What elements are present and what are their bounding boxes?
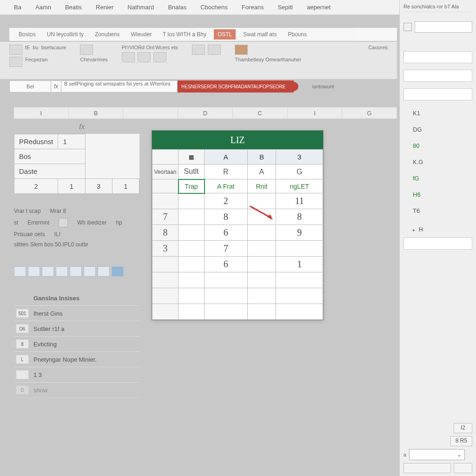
menu-item[interactable]: Renier [91,2,118,13]
column-header[interactable]: B [247,150,276,165]
column-header[interactable]: I [288,107,343,119]
cell[interactable] [276,272,323,288]
view-icon[interactable] [28,266,40,277]
cell[interactable] [247,225,276,241]
cell[interactable]: A [247,165,276,179]
ribbon-icon[interactable] [153,52,166,62]
cell[interactable]: A Frat [205,179,248,193]
cell[interactable]: R [205,165,248,179]
ribbon-tab[interactable]: T los WITH a Bhy [159,29,210,40]
cell[interactable] [178,257,205,272]
cell[interactable] [247,209,276,225]
ribbon-tab[interactable]: Zonubens [91,29,123,40]
menu-item[interactable]: Bnalas [163,2,191,13]
search-input[interactable] [415,21,472,33]
cell[interactable] [205,272,248,288]
cell[interactable]: 1 [58,179,85,194]
view-icon[interactable] [84,266,96,277]
pane-field[interactable] [403,238,472,250]
menu-item[interactable]: Beatis [60,2,86,13]
column-header[interactable]: I [14,107,69,119]
view-icon[interactable] [98,266,110,277]
cell[interactable]: 6 [205,257,248,272]
column-header[interactable]: G [342,107,397,119]
menu-item[interactable]: Ba [9,2,26,13]
ribbon-icon[interactable] [122,52,135,62]
ribbon-tab[interactable]: Wleuder [127,29,155,40]
list-item[interactable]: D6Sutller r1f a [14,321,139,337]
column-header[interactable]: C [233,107,288,119]
cell[interactable] [276,288,323,304]
cell[interactable] [178,241,205,257]
menu-item[interactable]: aepernet [302,2,335,13]
ribbon-icon[interactable] [9,57,22,67]
row-header[interactable]: Veortaan [152,165,178,179]
cell[interactable] [178,272,205,288]
column-header[interactable]: B [69,107,124,119]
cell[interactable] [205,288,248,304]
ribbon-icon[interactable] [235,45,248,55]
name-box[interactable]: Bel [9,80,51,93]
cell[interactable]: 2 [205,193,248,209]
pane-field[interactable] [403,70,472,82]
cell[interactable]: 8 [205,209,248,225]
close-icon[interactable] [403,23,412,31]
cell[interactable]: 7 [205,241,248,257]
cell[interactable] [247,304,276,320]
select-all[interactable] [152,150,178,165]
pane-field[interactable] [403,51,472,63]
view-icon[interactable] [42,266,54,277]
menu-item[interactable]: Cbochens [196,2,232,13]
property-value[interactable]: 1 [58,134,85,149]
view-icon-selected[interactable] [112,266,124,277]
cell[interactable]: 1 [276,257,323,272]
column-header[interactable] [123,107,178,119]
cell[interactable] [178,209,205,225]
list-item[interactable]: Dshow [14,383,139,398]
menu-item[interactable]: Aamn [31,2,56,13]
menu-item[interactable]: Foreans [237,2,269,13]
cell[interactable] [178,225,205,241]
chip[interactable]: 8 R5 [450,436,472,446]
ribbon-tab[interactable]: Bostos [15,29,40,40]
cell[interactable] [247,288,276,304]
chip[interactable] [454,463,472,473]
cell[interactable] [247,272,276,288]
spreadsheet[interactable]: ▦ A B 3 Veortaan Sutlt R A G Trap A Frat… [152,149,323,320]
view-icon[interactable] [70,266,82,277]
cell[interactable] [178,304,205,320]
cell[interactable]: 8 [276,209,323,225]
cell[interactable]: Sutlt [178,165,205,179]
cell[interactable]: 11 [276,193,323,209]
ribbon-icon[interactable] [138,52,151,62]
cell[interactable] [276,304,323,320]
column-header[interactable]: D [178,107,233,119]
cell[interactable] [247,193,276,209]
fx-icon[interactable]: fx [51,80,61,93]
cell[interactable] [178,288,205,304]
ribbon-label[interactable]: Caoores [368,45,388,50]
column-header[interactable]: A [205,150,248,165]
row-header[interactable]: 3 [152,241,178,257]
cell[interactable] [247,257,276,272]
cell[interactable] [247,241,276,257]
cell[interactable] [178,193,205,209]
cell[interactable]: Rnit [247,179,276,193]
cell[interactable]: G [276,165,323,179]
chip[interactable] [403,463,451,473]
row-header[interactable]: 8 [152,225,178,241]
cell[interactable]: 2 [14,179,58,194]
column-header[interactable]: 3 [276,150,323,165]
list-item[interactable]: LPnetyngar Nope Minier. [14,352,139,367]
cell[interactable] [276,241,323,257]
cell[interactable]: 1 [112,179,139,194]
ribbon-icon[interactable] [80,45,93,55]
cell[interactable]: Trap [178,179,205,193]
ribbon-icon[interactable] [208,45,221,55]
list-item[interactable]: 501Iherst Gins [14,306,139,321]
chip[interactable]: I2 [454,423,472,433]
ribbon-tab[interactable]: Swat malf ats [239,29,280,40]
menu-item[interactable]: Nathmard [123,2,159,13]
fx-icon[interactable]: fx [79,123,85,131]
pane-field[interactable] [403,88,472,100]
